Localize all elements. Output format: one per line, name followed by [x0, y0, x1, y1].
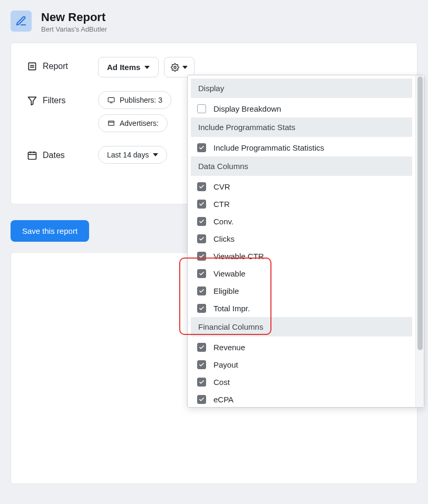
settings-dropdown-panel: DisplayDisplay BreakdownInclude Programm… [187, 75, 424, 408]
dropdown-item[interactable]: Eligible [188, 282, 415, 300]
checkbox[interactable] [197, 182, 206, 191]
dropdown-item[interactable]: Include Programmatic Statistics [188, 139, 415, 156]
svg-rect-0 [28, 63, 35, 70]
config-card: Report Ad Items Filters Publishers: 3 [11, 43, 417, 204]
dropdown-item-label: Conv. [213, 217, 234, 226]
dropdown-item-label: Viewable CTR [213, 252, 264, 261]
dropdown-item-label: Revenue [213, 343, 245, 352]
checkbox[interactable] [197, 234, 206, 243]
checkbox[interactable] [197, 269, 206, 278]
dropdown-item[interactable]: Clicks [188, 230, 415, 248]
page-header: New Report Bert Varias's AdButler [0, 0, 428, 43]
dropdown-section-header: Include Programmatic Stats [191, 117, 412, 137]
scrollbar[interactable] [415, 75, 424, 407]
dropdown-item[interactable]: CVR [188, 178, 415, 195]
publishers-filter[interactable]: Publishers: 3 [98, 91, 171, 109]
date-range-dropdown[interactable]: Last 14 days [98, 146, 167, 164]
dropdown-section-header: Financial Columns [191, 317, 412, 337]
checkbox[interactable] [197, 217, 206, 226]
checkbox[interactable] [197, 360, 206, 369]
svg-rect-5 [108, 97, 114, 102]
dropdown-item-label: CTR [213, 200, 230, 209]
dropdown-section-header: Data Columns [191, 156, 412, 176]
dropdown-item[interactable]: Viewable [188, 265, 415, 282]
checkbox[interactable] [197, 104, 206, 113]
dropdown-section-header: Display [191, 78, 412, 98]
dropdown-item-label: Display Breakdown [213, 104, 281, 113]
dropdown-item-label: Include Programmatic Statistics [213, 143, 324, 152]
svg-rect-7 [109, 121, 114, 125]
dropdown-item[interactable]: Conv. [188, 213, 415, 230]
ad-items-dropdown[interactable]: Ad Items [98, 57, 159, 77]
chevron-down-icon [153, 153, 158, 156]
dropdown-item[interactable]: CTR [188, 195, 415, 213]
dropdown-item[interactable]: Payout [188, 356, 415, 373]
report-type-icon [27, 61, 37, 72]
dropdown-item-label: CVR [213, 182, 230, 191]
dropdown-item-label: Cost [213, 378, 230, 387]
dropdown-item[interactable]: Total Impr. [188, 300, 415, 317]
checkbox[interactable] [197, 378, 206, 387]
dates-label: Dates [43, 151, 65, 160]
dropdown-item[interactable]: Cost [188, 373, 415, 391]
dropdown-item-label: eCPA [213, 395, 234, 404]
calendar-icon [27, 150, 37, 161]
filter-icon [27, 95, 37, 106]
checkbox[interactable] [197, 395, 206, 404]
svg-marker-4 [28, 97, 36, 105]
chevron-down-icon [182, 66, 188, 69]
dropdown-item-label: Eligible [213, 286, 239, 295]
dropdown-item-label: Viewable [213, 269, 246, 278]
report-icon [11, 11, 32, 32]
dropdown-item[interactable]: Viewable CTR [188, 248, 415, 265]
report-label: Report [43, 62, 68, 71]
page-subtitle: Bert Varias's AdButler [41, 25, 107, 33]
save-report-button[interactable]: Save this report [11, 220, 89, 242]
checkbox[interactable] [197, 143, 206, 152]
checkbox[interactable] [197, 252, 206, 261]
dropdown-item[interactable]: Display Breakdown [188, 100, 415, 117]
dropdown-item-label: Payout [213, 360, 238, 369]
advertisers-filter[interactable]: Advertisers: [98, 114, 168, 132]
svg-rect-9 [28, 152, 36, 159]
checkbox[interactable] [197, 304, 206, 313]
checkbox[interactable] [197, 200, 206, 209]
dropdown-item[interactable]: Revenue [188, 339, 415, 356]
scrollbar-thumb[interactable] [417, 76, 423, 350]
checkbox[interactable] [197, 286, 206, 295]
page-title: New Report [41, 11, 107, 24]
chevron-down-icon [144, 66, 150, 69]
checkbox[interactable] [197, 343, 206, 352]
svg-point-3 [174, 66, 176, 68]
dropdown-item-label: Clicks [213, 234, 235, 243]
dropdown-item[interactable]: eCPA [188, 391, 415, 407]
dropdown-item-label: Total Impr. [213, 304, 250, 313]
filters-label: Filters [43, 96, 66, 105]
